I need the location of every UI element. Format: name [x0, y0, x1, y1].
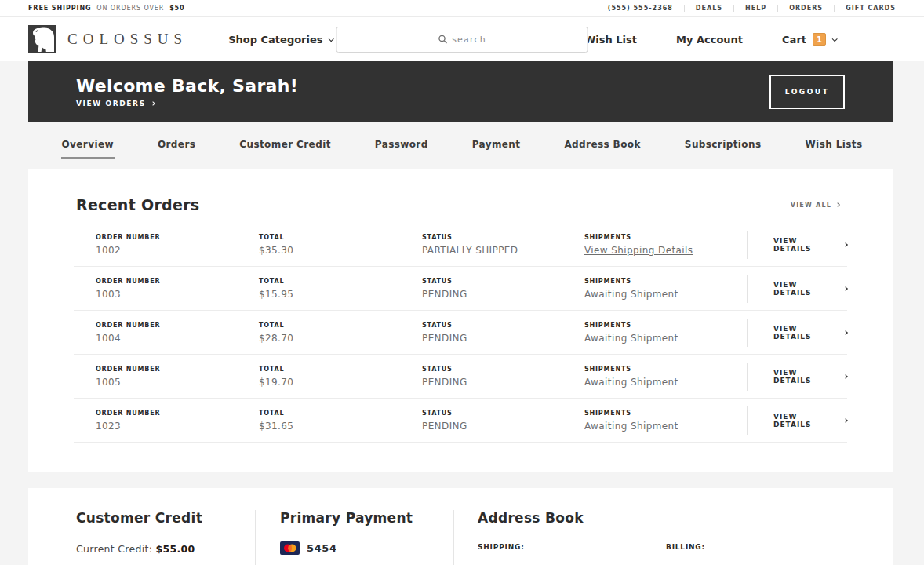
chevron-right-icon [843, 330, 848, 335]
shipping-address-label: SHIPPING: [478, 543, 666, 551]
view-shipping-details-link[interactable]: View Shipping Details [584, 245, 747, 256]
view-details-label: VIEW DETAILS [773, 237, 839, 253]
chevron-right-icon [843, 286, 848, 291]
status-value: PARTIALLY SHIPPED [422, 245, 584, 256]
column-header: ORDER NUMBER [96, 366, 259, 373]
welcome-heading: Welcome Back, Sarah! [76, 76, 298, 96]
recent-orders-header: Recent Orders VIEW ALL [28, 196, 893, 213]
link-orders[interactable]: ORDERS [789, 5, 823, 12]
shop-categories-label: Shop Categories [228, 34, 322, 46]
customer-credit-section: Customer Credit Current Credit: $55.00 [28, 510, 255, 565]
cart-menu[interactable]: Cart 1 [782, 33, 836, 46]
address-columns: SHIPPING: BILLING: [478, 543, 893, 551]
logout-button[interactable]: LOGOUT [769, 75, 845, 109]
order-number-cell: ORDER NUMBER 1003 [96, 278, 259, 300]
status-cell: STATUS PENDING [422, 410, 584, 432]
column-header: ORDER NUMBER [96, 234, 259, 241]
total-value: $19.70 [259, 377, 422, 388]
view-orders-link[interactable]: VIEW ORDERS [76, 100, 298, 108]
account-summary-card: Customer Credit Current Credit: $55.00 P… [28, 488, 893, 565]
divider [834, 5, 835, 12]
column-header: ORDER NUMBER [96, 322, 259, 329]
column-header: ORDER NUMBER [96, 278, 259, 285]
welcome-text-block: Welcome Back, Sarah! VIEW ORDERS [76, 76, 298, 108]
view-details-label: VIEW DETAILS [773, 325, 839, 341]
order-number-cell: ORDER NUMBER 1004 [96, 322, 259, 344]
tab-overview[interactable]: Overview [61, 134, 115, 159]
status-value: PENDING [422, 377, 584, 388]
total-value: $28.70 [259, 333, 422, 344]
account-tabs: Overview Orders Customer Credit Password… [0, 122, 924, 170]
chevron-right-icon [843, 374, 848, 379]
tab-address-book[interactable]: Address Book [563, 134, 641, 159]
column-header: STATUS [422, 234, 584, 241]
link-gift-cards[interactable]: GIFT CARDS [846, 5, 896, 12]
shipments-cell: SHIPMENTS Awaiting Shipment [584, 410, 747, 432]
order-number-value: 1004 [96, 333, 259, 344]
welcome-banner: Welcome Back, Sarah! VIEW ORDERS LOGOUT [28, 61, 893, 122]
column-header: TOTAL [259, 278, 422, 285]
view-details-label: VIEW DETAILS [773, 369, 839, 385]
tab-customer-credit[interactable]: Customer Credit [238, 134, 332, 159]
shipments-status: Awaiting Shipment [584, 421, 747, 432]
cart-count-badge: 1 [813, 33, 826, 46]
search-input[interactable]: search [336, 27, 588, 53]
shipments-status: Awaiting Shipment [584, 377, 747, 388]
tab-subscriptions[interactable]: Subscriptions [684, 134, 762, 159]
status-value: PENDING [422, 333, 584, 344]
wish-list-link[interactable]: Wish List [584, 34, 637, 46]
details-cell: VIEW DETAILS [747, 406, 847, 435]
view-details-button[interactable]: VIEW DETAILS [773, 281, 847, 297]
view-details-button[interactable]: VIEW DETAILS [773, 237, 847, 253]
card-last4: 5454 [307, 542, 337, 554]
tab-orders[interactable]: Orders [157, 134, 196, 159]
view-all-label: VIEW ALL [791, 202, 831, 209]
chevron-right-icon [151, 101, 155, 106]
column-header: STATUS [422, 410, 584, 417]
column-header: SHIPMENTS [584, 278, 747, 285]
primary-payment-section: Primary Payment 5454 [255, 510, 453, 565]
address-book-section: Address Book SHIPPING: BILLING: [453, 510, 893, 565]
details-cell: VIEW DETAILS [747, 363, 847, 391]
status-cell: STATUS PARTIALLY SHIPPED [422, 234, 584, 256]
view-details-button[interactable]: VIEW DETAILS [773, 369, 847, 385]
status-value: PENDING [422, 289, 584, 300]
status-cell: STATUS PENDING [422, 322, 584, 344]
view-details-button[interactable]: VIEW DETAILS [773, 413, 847, 428]
order-number-value: 1023 [96, 421, 259, 432]
view-details-button[interactable]: VIEW DETAILS [773, 325, 847, 341]
order-number-value: 1002 [96, 245, 259, 256]
status-value: PENDING [422, 421, 584, 432]
shop-categories-menu[interactable]: Shop Categories [228, 34, 332, 46]
column-header: TOTAL [259, 366, 422, 373]
tab-wish-lists[interactable]: Wish Lists [804, 134, 863, 159]
order-number-cell: ORDER NUMBER 1023 [96, 410, 259, 432]
view-details-label: VIEW DETAILS [773, 413, 839, 428]
link-deals[interactable]: DEALS [696, 5, 722, 12]
my-account-link[interactable]: My Account [676, 34, 743, 46]
chevron-down-icon [328, 36, 333, 42]
status-cell: STATUS PENDING [422, 366, 584, 388]
table-row: ORDER NUMBER 1002 TOTAL $35.30 STATUS PA… [74, 223, 847, 267]
search-placeholder: search [452, 35, 486, 45]
chevron-right-icon [843, 242, 848, 247]
column-header: SHIPMENTS [584, 234, 747, 241]
link-help[interactable]: HELP [745, 5, 766, 12]
brand-logo[interactable]: COLOSSUS [28, 25, 187, 53]
details-cell: VIEW DETAILS [747, 275, 847, 303]
table-row: ORDER NUMBER 1023 TOTAL $31.65 STATUS PE… [74, 399, 847, 443]
divider [684, 5, 685, 12]
customer-credit-title: Customer Credit [76, 510, 255, 526]
table-row: ORDER NUMBER 1003 TOTAL $15.95 STATUS PE… [74, 267, 847, 311]
tab-payment[interactable]: Payment [471, 134, 522, 159]
utility-links: (555) 555-2368 DEALS HELP ORDERS GIFT CA… [608, 5, 896, 12]
status-cell: STATUS PENDING [422, 278, 584, 300]
column-header: TOTAL [259, 410, 422, 417]
view-all-link[interactable]: VIEW ALL [791, 202, 839, 209]
tab-password[interactable]: Password [374, 134, 429, 159]
column-header: ORDER NUMBER [96, 410, 259, 417]
chevron-right-icon [835, 202, 840, 207]
shipments-status: Awaiting Shipment [584, 333, 747, 344]
shipments-cell: SHIPMENTS View Shipping Details [584, 234, 747, 256]
promo-mid: ON ORDERS OVER [96, 5, 164, 12]
